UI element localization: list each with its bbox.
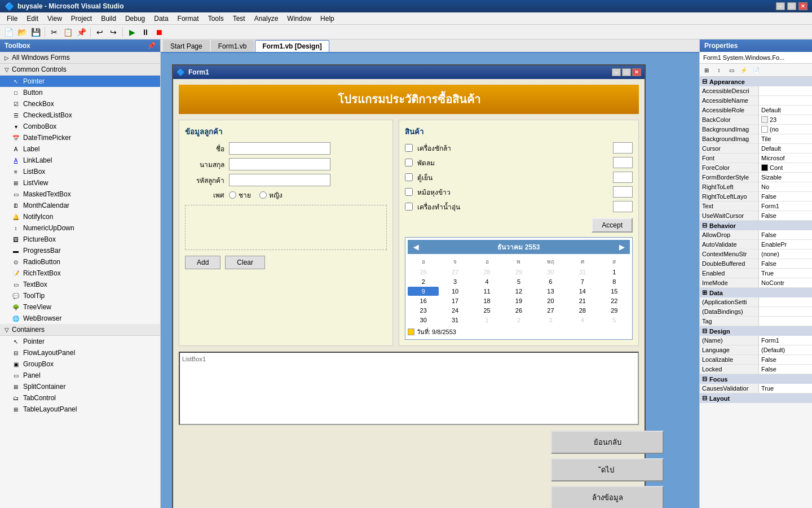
toolbox-section-all-windows-forms[interactable]: ▷ All Windows Forms: [0, 52, 160, 64]
toolbox-item-panel[interactable]: ▭ Panel: [0, 370, 160, 381]
cal-day[interactable]: 27: [439, 268, 470, 277]
section-layout[interactable]: ⊟ Layout: [700, 393, 812, 403]
gender-male-radio[interactable]: [229, 191, 236, 199]
cal-day[interactable]: 18: [471, 296, 502, 305]
product-washer-qty[interactable]: [613, 142, 633, 154]
toolbox-item-flowlayoutpanel[interactable]: ⊟ FlowLayoutPanel: [0, 347, 160, 358]
toolbox-item-button[interactable]: □ Button: [0, 87, 160, 98]
cal-day[interactable]: 28: [567, 306, 598, 315]
toolbar-open[interactable]: 📂: [16, 26, 28, 38]
toolbox-item-picturebox[interactable]: 🖼 PictureBox: [0, 234, 160, 245]
menu-test[interactable]: Test: [228, 14, 250, 24]
toolbox-item-textbox[interactable]: ▭ TextBox: [0, 279, 160, 290]
toolbar-redo[interactable]: ↪: [107, 26, 120, 38]
cal-day[interactable]: 29: [599, 306, 630, 315]
customerid-input[interactable]: [229, 174, 330, 186]
cal-day[interactable]: 5: [599, 316, 630, 325]
product-fridge-checkbox[interactable]: [405, 173, 413, 181]
calendar-next[interactable]: ▶: [617, 243, 626, 251]
toolbox-item-treeview[interactable]: 🌳 TreeView: [0, 301, 160, 313]
toolbox-item-listview[interactable]: ⊞ ListView: [0, 177, 160, 189]
cal-day[interactable]: 22: [599, 296, 630, 305]
toolbox-item-datetimepicker[interactable]: 📅 DateTimePicker: [0, 132, 160, 143]
cal-day[interactable]: 1: [599, 268, 630, 277]
toolbox-item-label[interactable]: A Label: [0, 143, 160, 155]
maximize-button[interactable]: □: [787, 2, 796, 10]
clear-data-button[interactable]: ล้างข้อมูล: [551, 486, 664, 508]
toolbox-item-tabcontrol[interactable]: 🗂 TabControl: [0, 392, 160, 404]
toolbox-item-splitcontainer[interactable]: ⊞ SplitContainer: [0, 381, 160, 392]
props-properties-btn[interactable]: ▭: [726, 65, 737, 75]
toolbar-new[interactable]: 📄: [2, 26, 15, 38]
toolbar-undo[interactable]: ↩: [94, 26, 106, 38]
form1-minimize[interactable]: −: [612, 68, 621, 76]
menu-view[interactable]: View: [43, 14, 67, 24]
lastname-input[interactable]: [229, 158, 330, 170]
accept-button[interactable]: Accept: [592, 218, 633, 233]
props-propertypages-btn[interactable]: 📄: [751, 65, 762, 75]
back-button[interactable]: ย้อนกลับ: [551, 431, 664, 454]
toolbox-item-linklabel[interactable]: A LinkLabel: [0, 155, 160, 166]
cal-day[interactable]: 15: [599, 287, 630, 296]
cal-day[interactable]: 2: [408, 277, 439, 286]
toolbox-item-numericupdown[interactable]: ↕ NumericUpDown: [0, 222, 160, 234]
toolbar-run[interactable]: ▶: [126, 26, 138, 38]
toolbox-item-notifyicon[interactable]: 🔔 NotifyIcon: [0, 211, 160, 222]
toolbox-item-pointer-containers[interactable]: ↖ Pointer: [0, 336, 160, 347]
cal-day[interactable]: 31: [567, 268, 598, 277]
cal-day[interactable]: 28: [471, 268, 502, 277]
cal-day[interactable]: 16: [408, 296, 439, 305]
toolbox-item-checkbox[interactable]: ☑ CheckBox: [0, 98, 160, 110]
close-button[interactable]: ✕: [798, 2, 807, 10]
toolbar-pause[interactable]: ⏸: [139, 26, 152, 38]
menu-format[interactable]: Format: [173, 14, 204, 24]
cal-day[interactable]: 25: [471, 306, 502, 315]
toolbox-item-tooltip[interactable]: 💬 ToolTip: [0, 290, 160, 301]
product-fan-qty[interactable]: [613, 157, 633, 168]
cal-day[interactable]: 2: [503, 316, 534, 325]
cal-day[interactable]: 17: [439, 296, 470, 305]
toolbox-item-progressbar[interactable]: ▬ ProgressBar: [0, 245, 160, 256]
menu-help[interactable]: Help: [316, 14, 339, 24]
cal-day[interactable]: 6: [535, 277, 566, 286]
cal-day[interactable]: 26: [408, 268, 439, 277]
cal-day[interactable]: 19: [503, 296, 534, 305]
next-button[interactable]: ัดไป: [551, 458, 664, 481]
name-input[interactable]: [229, 142, 330, 155]
form1-maximize[interactable]: □: [622, 68, 631, 76]
cal-day[interactable]: 30: [408, 316, 439, 325]
toolbox-item-listbox[interactable]: ≡ ListBox: [0, 166, 160, 177]
cal-day[interactable]: 27: [535, 306, 566, 315]
product-water-heater-checkbox[interactable]: [405, 203, 413, 211]
toolbox-item-radiobutton[interactable]: ⊙ RadioButton: [0, 256, 160, 268]
cal-day[interactable]: 29: [503, 268, 534, 277]
product-water-heater-qty[interactable]: [613, 201, 633, 212]
cal-day[interactable]: 10: [439, 287, 470, 296]
toolbar-stop[interactable]: ⏹: [153, 26, 165, 38]
cal-day[interactable]: 14: [567, 287, 598, 296]
cal-day[interactable]: 21: [567, 296, 598, 305]
cal-day[interactable]: 20: [535, 296, 566, 305]
toolbox-item-combobox[interactable]: ▾ ComboBox: [0, 121, 160, 132]
cal-day[interactable]: 11: [471, 287, 502, 296]
cal-day[interactable]: 23: [408, 306, 439, 315]
cal-day-today[interactable]: 9: [408, 287, 439, 296]
tab-form1-design[interactable]: Form1.vb [Design]: [255, 40, 329, 52]
cal-day[interactable]: 5: [503, 277, 534, 286]
toolbox-item-tablelayoutpanel[interactable]: ⊞ TableLayoutPanel: [0, 404, 160, 415]
toolbar-cut[interactable]: ✂: [48, 26, 60, 38]
toolbox-section-containers[interactable]: ▽ Containers: [0, 324, 160, 336]
product-rice-cooker-checkbox[interactable]: [405, 188, 413, 196]
menu-build[interactable]: Build: [96, 14, 121, 24]
section-focus[interactable]: ⊟ Focus: [700, 374, 812, 384]
cal-day[interactable]: 7: [567, 277, 598, 286]
menu-data[interactable]: Data: [149, 14, 173, 24]
cal-day[interactable]: 12: [503, 287, 534, 296]
toolbox-item-richtextbox[interactable]: 📝 RichTextBox: [0, 268, 160, 279]
cal-day[interactable]: 24: [439, 306, 470, 315]
tab-form1-vb[interactable]: Form1.vb: [211, 40, 254, 52]
menu-project[interactable]: Project: [67, 14, 96, 24]
cal-day[interactable]: 4: [471, 277, 502, 286]
cal-day[interactable]: 8: [599, 277, 630, 286]
form1-close[interactable]: ✕: [632, 68, 641, 76]
